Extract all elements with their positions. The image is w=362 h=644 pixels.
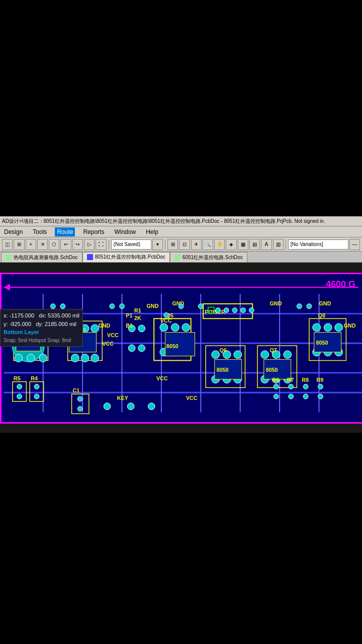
- variations-dropdown[interactable]: [No Variations]: [288, 239, 348, 250]
- toolbar-btn-undo[interactable]: ↩: [60, 239, 71, 250]
- svg-point-118: [110, 304, 115, 309]
- toolbar-btn-snap[interactable]: ⊡: [179, 239, 190, 250]
- pcb-canvas[interactable]: x: -1175.000 dx: 5335.000 mil y: -925.00…: [0, 263, 362, 433]
- toolbar-dropdown-arrow[interactable]: ▾: [152, 239, 163, 250]
- menu-tools[interactable]: Tools: [31, 227, 49, 236]
- toolbar-btn-2[interactable]: ⊞: [14, 239, 24, 250]
- toolbar-btn-9[interactable]: —: [349, 239, 360, 250]
- black-bar-bottom: [0, 433, 362, 644]
- svg-text:GND: GND: [270, 300, 282, 306]
- menu-design[interactable]: Design: [2, 227, 25, 236]
- toolbar-sep-3: [286, 239, 286, 250]
- svg-point-15: [39, 354, 47, 362]
- toolbar-btn-fly[interactable]: ✈: [191, 239, 202, 250]
- toolbar-sep-2: [165, 239, 165, 250]
- menu-reports[interactable]: Reports: [81, 227, 106, 236]
- toolbar: ◫ ⊞ + ✕ ⬡ ↩ ↪ ▷ ⛶ (Not Saved) ▾ ⊞ ⊡ ✈ 🔍 …: [0, 237, 362, 252]
- toolbar-btn-6[interactable]: ▷: [84, 239, 95, 250]
- variations-label: [No Variations]: [291, 242, 323, 247]
- svg-point-77: [34, 384, 39, 389]
- toolbar-btn-7[interactable]: ⛶: [96, 239, 106, 250]
- app-window: AD设计>\项目二：8051红外遥控控制电路\8051红外遥控控制电路\8051…: [0, 216, 362, 433]
- svg-text:R9: R9: [317, 377, 324, 383]
- toolbar-btn-3[interactable]: +: [26, 239, 36, 250]
- tab-schematic-2[interactable]: 6051红外遥控电路.SchDoc: [170, 252, 247, 262]
- svg-point-83: [77, 407, 82, 412]
- toolbar-btn-1[interactable]: ◫: [2, 239, 13, 250]
- svg-text:VCC: VCC: [160, 317, 172, 324]
- svg-point-89: [289, 384, 294, 389]
- tab-schematic-1[interactable]: 热电阻风速测量电路.SchDoc: [1, 252, 82, 262]
- menu-route[interactable]: Route: [55, 227, 75, 236]
- svg-point-121: [198, 304, 203, 309]
- svg-point-116: [50, 304, 55, 309]
- svg-point-32: [313, 324, 321, 332]
- svg-point-120: [178, 304, 184, 309]
- svg-point-79: [34, 394, 39, 399]
- coord-panel: x: -1175.000 dx: 5335.000 mil y: -925.00…: [0, 309, 83, 347]
- toolbar-btn-8[interactable]: ▥: [273, 239, 284, 250]
- black-bar-top: [0, 0, 362, 216]
- pcb-board[interactable]: 4600 G: [0, 273, 362, 424]
- svg-point-98: [127, 403, 134, 410]
- svg-point-33: [324, 324, 332, 332]
- svg-text:R4: R4: [31, 375, 38, 381]
- svg-point-28: [182, 324, 190, 332]
- svg-text:GND: GND: [147, 303, 159, 309]
- svg-point-26: [160, 324, 168, 332]
- svg-point-23: [138, 325, 145, 332]
- toolbar-btn-zoom[interactable]: 🔍: [203, 239, 213, 250]
- coord-x: x: -1175.000 dx: 5335.000 mil: [4, 311, 79, 320]
- toolbar-btn-3d[interactable]: ◈: [226, 239, 236, 250]
- toolbar-btn-text[interactable]: A: [261, 239, 272, 250]
- toolbar-btn-pan[interactable]: ✋: [214, 239, 225, 250]
- svg-point-91: [318, 384, 323, 389]
- title-text: AD设计>\项目二：8051红外遥控控制电路\8051红外遥控控制电路\8051…: [2, 218, 325, 225]
- svg-text:R1: R1: [134, 307, 141, 313]
- pcb-icon: [87, 254, 93, 260]
- tab-label-1: 热电阻风速测量电路.SchDoc: [14, 254, 78, 261]
- svg-point-99: [148, 403, 155, 410]
- toolbar-btn-4[interactable]: ✕: [37, 239, 48, 250]
- svg-point-122: [297, 304, 302, 309]
- svg-text:R5: R5: [14, 375, 21, 381]
- tabs-bar: 热电阻风速测量电路.SchDoc 8051红外遥控控制电路.PcbDoc 605…: [0, 252, 362, 263]
- tab-pcb[interactable]: 8051红外遥控控制电路.PcbDoc: [82, 252, 170, 262]
- svg-text:R6: R6: [272, 377, 279, 383]
- toolbar-btn-redo[interactable]: ↪: [72, 239, 83, 250]
- svg-point-20: [81, 354, 89, 362]
- schematic-icon-2: [174, 255, 180, 261]
- svg-text:R7: R7: [287, 377, 294, 383]
- toolbar-sep-1: [109, 239, 109, 250]
- dimension-label: 4600 G: [326, 279, 355, 290]
- title-bar: AD设计>\项目二：8051红外遥控控制电路\8051红外遥控控制电路\8051…: [0, 216, 362, 226]
- layer-name: Bottom Layer: [4, 328, 79, 337]
- toolbar-btn-grid[interactable]: ⊞: [167, 239, 178, 250]
- svg-point-21: [91, 354, 99, 362]
- svg-point-95: [318, 394, 323, 399]
- menu-help[interactable]: Help: [144, 227, 160, 236]
- svg-point-90: [303, 384, 308, 389]
- svg-point-47: [234, 351, 242, 359]
- toolbar-btn-comp[interactable]: ▤: [249, 239, 260, 250]
- svg-text:8050: 8050: [316, 340, 328, 346]
- svg-point-68: [224, 308, 229, 313]
- svg-point-124: [164, 312, 169, 317]
- svg-point-45: [212, 351, 220, 359]
- toolbar-btn-5[interactable]: ⬡: [49, 239, 59, 250]
- toolbar-btn-rule[interactable]: ▦: [238, 239, 248, 250]
- svg-text:8050: 8050: [217, 367, 229, 373]
- svg-point-71: [249, 308, 254, 313]
- not-saved-label: (Not Saved): [114, 242, 140, 247]
- svg-point-119: [120, 304, 125, 309]
- measurement-line: [4, 287, 358, 288]
- not-saved-dropdown[interactable]: (Not Saved): [111, 239, 151, 250]
- snap-info: Snap: 5mil Hotspot Snap: 8mil: [4, 337, 79, 344]
- svg-point-54: [261, 351, 269, 359]
- svg-text:KEY: KEY: [117, 395, 128, 401]
- svg-text:Q8: Q8: [318, 312, 325, 318]
- menu-window[interactable]: Window: [112, 227, 138, 236]
- svg-point-82: [77, 396, 82, 401]
- svg-point-67: [216, 308, 221, 313]
- svg-text:C1: C1: [73, 387, 80, 393]
